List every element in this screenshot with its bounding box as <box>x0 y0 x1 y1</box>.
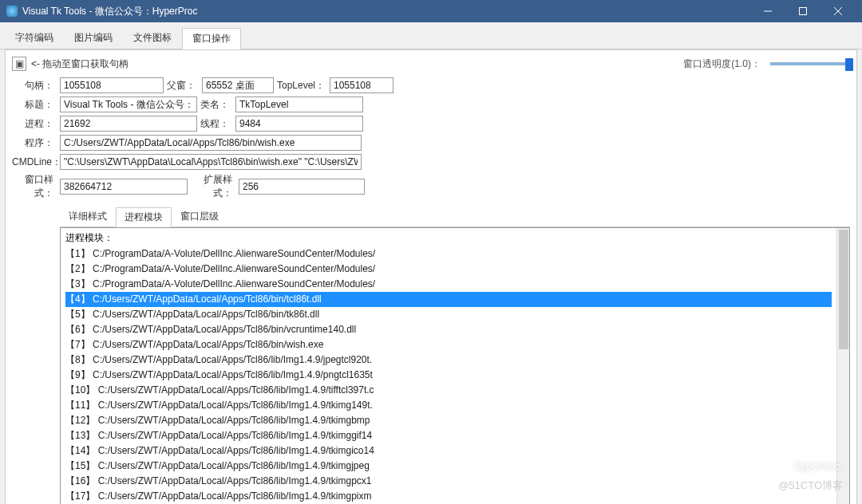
svg-rect-1 <box>800 8 807 15</box>
scroll-thumb[interactable] <box>839 230 848 349</box>
drag-hint-text: <- 拖动至窗口获取句柄 <box>31 57 129 71</box>
close-button[interactable] <box>820 0 856 22</box>
slider-thumb[interactable] <box>845 58 853 71</box>
list-item[interactable]: 【14】 C:/Users/ZWT/AppData/Local/Apps/Tcl… <box>65 443 832 459</box>
list-item[interactable]: 【7】 C:/Users/ZWT/AppData/Local/Apps/Tcl8… <box>65 337 832 352</box>
drag-hint-row: ▣ <- 拖动至窗口获取句柄 窗口透明度(1.0)： <box>12 55 850 76</box>
list-item[interactable]: 【2】 C:/ProgramData/A-Volute/DellInc.Alie… <box>65 262 832 277</box>
minimize-button[interactable] <box>750 0 785 22</box>
maximize-button[interactable] <box>785 0 820 22</box>
style-field[interactable] <box>60 179 188 195</box>
list-item[interactable]: 【11】 C:/Users/ZWT/AppData/Local/Apps/Tcl… <box>65 398 832 413</box>
content-pane: ▣ <- 拖动至窗口获取句柄 窗口透明度(1.0)： 句柄： 父窗： TopLe… <box>5 49 857 504</box>
tab-2[interactable]: 文件图标 <box>123 27 182 49</box>
title-field[interactable] <box>60 96 197 112</box>
prog-field[interactable] <box>60 135 362 151</box>
app-icon <box>6 6 18 17</box>
list-item[interactable]: 【16】 C:/Users/ZWT/AppData/Local/Apps/Tcl… <box>65 474 832 489</box>
class-field[interactable] <box>235 96 363 112</box>
title-label: 标题： <box>12 98 57 112</box>
list-item[interactable]: 【10】 C:/Users/ZWT/AppData/Local/Apps/Tcl… <box>65 383 832 398</box>
toplevel-field[interactable] <box>330 77 393 93</box>
list-item[interactable]: 【13】 C:/Users/ZWT/AppData/Local/Apps/Tcl… <box>65 428 832 443</box>
module-list-body[interactable]: 进程模块： 【1】 C:/ProgramData/A-Volute/DellIn… <box>61 228 836 504</box>
tab-1[interactable]: 图片编码 <box>64 27 123 49</box>
list-item[interactable]: 【1】 C:/ProgramData/A-Volute/DellInc.Alie… <box>65 246 832 262</box>
sub-tabs: 详细样式进程模块窗口层级 <box>60 207 850 227</box>
titlebar: Visual Tk Tools - 微信公众号：HyperProc <box>0 0 862 22</box>
list-item[interactable]: 【9】 C:/Users/ZWT/AppData/Local/Apps/Tcl8… <box>65 368 832 383</box>
scrollbar[interactable] <box>836 228 849 504</box>
list-item[interactable]: 【8】 C:/Users/ZWT/AppData/Local/Apps/Tcl8… <box>65 352 832 368</box>
handle-field[interactable] <box>60 77 164 93</box>
class-label: 类名： <box>200 98 232 112</box>
list-item[interactable]: 【12】 C:/Users/ZWT/AppData/Local/Apps/Tcl… <box>65 413 832 428</box>
parent-label: 父窗： <box>167 79 199 93</box>
target-picker-icon[interactable]: ▣ <box>12 57 26 71</box>
subtab-1[interactable]: 进程模块 <box>116 207 172 227</box>
prog-label: 程序： <box>12 136 57 150</box>
window-title: Visual Tk Tools - 微信公众号：HyperProc <box>22 5 750 18</box>
module-list: 进程模块： 【1】 C:/ProgramData/A-Volute/DellIn… <box>60 227 850 504</box>
subtab-0[interactable]: 详细样式 <box>60 207 116 226</box>
thread-label: 线程： <box>200 117 232 131</box>
list-item[interactable]: 【15】 C:/Users/ZWT/AppData/Local/Apps/Tcl… <box>65 459 832 474</box>
handle-label: 句柄： <box>12 79 57 93</box>
parent-field[interactable] <box>202 77 274 93</box>
style-label: 窗口样式： <box>12 173 57 200</box>
list-item[interactable]: 【6】 C:/Users/ZWT/AppData/Local/Apps/Tcl8… <box>65 322 832 337</box>
module-list-header: 进程模块： <box>65 231 832 245</box>
proc-label: 进程： <box>12 117 57 131</box>
list-item[interactable]: 【17】 C:/Users/ZWT/AppData/Local/Apps/Tcl… <box>65 489 832 504</box>
opacity-label: 窗口透明度(1.0)： <box>683 57 761 71</box>
list-item[interactable]: 【4】 C:/Users/ZWT/AppData/Local/Apps/Tcl8… <box>65 292 832 307</box>
main-tabs: 字符编码图片编码文件图标窗口操作 <box>0 22 862 49</box>
proc-field[interactable] <box>60 116 197 132</box>
tab-0[interactable]: 字符编码 <box>5 27 64 49</box>
exstyle-label: 扩展样式： <box>191 173 235 200</box>
toplevel-label: TopLevel： <box>277 79 326 93</box>
list-item[interactable]: 【5】 C:/Users/ZWT/AppData/Local/Apps/Tcl8… <box>65 307 832 322</box>
thread-field[interactable] <box>235 116 363 132</box>
tab-3[interactable]: 窗口操作 <box>182 28 241 49</box>
list-item[interactable]: 【3】 C:/ProgramData/A-Volute/DellInc.Alie… <box>65 277 832 292</box>
cmd-label: CMDLine： <box>12 156 57 169</box>
exstyle-field[interactable] <box>239 179 365 195</box>
subtab-2[interactable]: 窗口层级 <box>172 207 227 226</box>
cmd-field[interactable] <box>60 154 362 170</box>
opacity-slider[interactable] <box>770 62 850 65</box>
